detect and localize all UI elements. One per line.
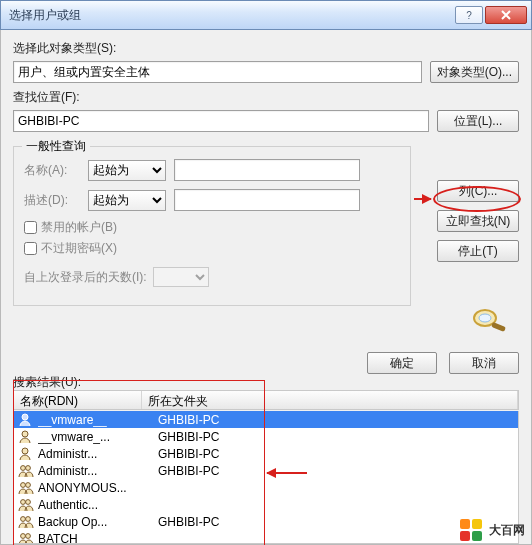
- user-icon: [18, 430, 34, 444]
- close-button[interactable]: [485, 6, 527, 24]
- row-rdn: Administr...: [38, 447, 158, 461]
- svg-point-2: [479, 314, 491, 322]
- name-op-select[interactable]: 起始为: [88, 160, 166, 181]
- table-row[interactable]: __vmware__GHBIBI-PC: [14, 411, 518, 428]
- search-results-label: 搜索结果(U):: [13, 374, 81, 391]
- location-label: 查找位置(F):: [13, 89, 80, 106]
- search-decor-icon: [463, 306, 509, 337]
- dialog-body: 选择此对象类型(S): 对象类型(O)... 查找位置(F): 位置(L)...…: [0, 30, 532, 545]
- table-row[interactable]: __vmware_...GHBIBI-PC: [14, 428, 518, 445]
- titlebar: 选择用户或组 ?: [0, 0, 532, 30]
- help-button[interactable]: ?: [455, 6, 483, 24]
- svg-point-9: [26, 482, 31, 487]
- object-types-button[interactable]: 对象类型(O)...: [430, 61, 519, 83]
- object-type-label: 选择此对象类型(S):: [13, 40, 116, 57]
- cancel-button[interactable]: 取消: [449, 352, 519, 374]
- right-button-column: 列(C)... 立即查找(N) 停止(T): [437, 180, 519, 262]
- ok-button[interactable]: 确定: [367, 352, 437, 374]
- results-list[interactable]: __vmware__GHBIBI-PC__vmware_...GHBIBI-PC…: [13, 411, 519, 544]
- nonexpiring-pwd-input[interactable]: [24, 242, 37, 255]
- row-folder: GHBIBI-PC: [158, 515, 219, 529]
- svg-point-6: [21, 465, 26, 470]
- group-icon: [18, 515, 34, 529]
- svg-point-15: [26, 533, 31, 538]
- group-icon: [18, 464, 34, 478]
- svg-point-8: [21, 482, 26, 487]
- dialog-title: 选择用户或组: [9, 7, 453, 24]
- row-folder: GHBIBI-PC: [158, 447, 219, 461]
- svg-point-13: [26, 516, 31, 521]
- svg-point-14: [21, 533, 26, 538]
- row-folder: GHBIBI-PC: [158, 464, 219, 478]
- results-col-folder[interactable]: 所在文件夹: [142, 391, 518, 409]
- disabled-accounts-checkbox[interactable]: 禁用的帐户(B): [24, 219, 400, 236]
- close-icon: [501, 10, 511, 20]
- desc-label: 描述(D):: [24, 192, 80, 209]
- table-row[interactable]: Administr...GHBIBI-PC: [14, 445, 518, 462]
- svg-point-3: [22, 414, 28, 420]
- svg-point-11: [26, 499, 31, 504]
- days-since-login-select: [153, 267, 209, 287]
- row-rdn: __vmware_...: [38, 430, 158, 444]
- svg-rect-1: [491, 322, 506, 332]
- svg-point-12: [21, 516, 26, 521]
- stop-button[interactable]: 停止(T): [437, 240, 519, 262]
- results-header: 名称(RDN) 所在文件夹: [13, 390, 519, 410]
- svg-point-10: [21, 499, 26, 504]
- location-field[interactable]: [13, 110, 429, 132]
- user-icon: [18, 413, 34, 427]
- user-icon: [18, 447, 34, 461]
- row-rdn: Backup Op...: [38, 515, 158, 529]
- table-row[interactable]: ANONYMOUS...: [14, 479, 518, 496]
- svg-point-5: [22, 448, 28, 454]
- row-rdn: BATCH: [38, 532, 158, 545]
- ok-cancel-row: 确定 取消: [367, 352, 519, 374]
- row-rdn: ANONYMOUS...: [38, 481, 158, 495]
- group-icon: [18, 532, 34, 545]
- common-query-group: 一般性查询 名称(A): 起始为 描述(D): 起始为 禁用的帐户(B) 不过期…: [13, 146, 411, 306]
- find-now-button[interactable]: 立即查找(N): [437, 210, 519, 232]
- table-row[interactable]: Authentic...: [14, 496, 518, 513]
- desc-input[interactable]: [174, 189, 360, 211]
- svg-point-7: [26, 465, 31, 470]
- name-input[interactable]: [174, 159, 360, 181]
- days-since-login-label: 自上次登录后的天数(I):: [24, 269, 147, 286]
- row-rdn: __vmware__: [38, 413, 158, 427]
- group-icon: [18, 498, 34, 512]
- row-folder: GHBIBI-PC: [158, 430, 219, 444]
- group-icon: [18, 481, 34, 495]
- groupbox-legend: 一般性查询: [22, 138, 90, 155]
- object-type-field[interactable]: [13, 61, 422, 83]
- columns-button[interactable]: 列(C)...: [437, 180, 519, 202]
- svg-point-4: [22, 431, 28, 437]
- name-label: 名称(A):: [24, 162, 80, 179]
- disabled-accounts-input[interactable]: [24, 221, 37, 234]
- annotation-arrow: [414, 198, 431, 200]
- results-col-rdn[interactable]: 名称(RDN): [14, 391, 142, 409]
- row-rdn: Administr...: [38, 464, 158, 478]
- table-row[interactable]: BATCH: [14, 530, 518, 544]
- table-row[interactable]: Backup Op...GHBIBI-PC: [14, 513, 518, 530]
- nonexpiring-pwd-checkbox[interactable]: 不过期密码(X): [24, 240, 400, 257]
- row-rdn: Authentic...: [38, 498, 158, 512]
- locations-button[interactable]: 位置(L)...: [437, 110, 519, 132]
- desc-op-select[interactable]: 起始为: [88, 190, 166, 211]
- table-row[interactable]: Administr...GHBIBI-PC: [14, 462, 518, 479]
- row-folder: GHBIBI-PC: [158, 413, 219, 427]
